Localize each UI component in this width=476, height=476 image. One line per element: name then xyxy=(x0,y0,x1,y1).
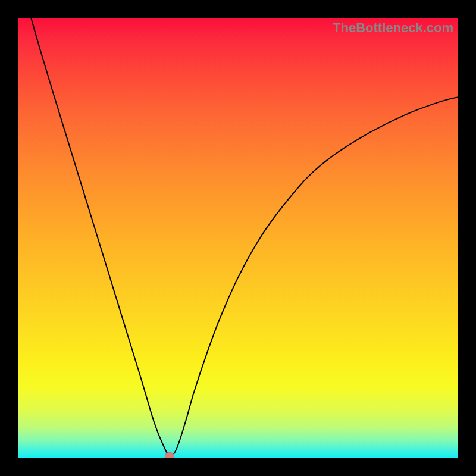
watermark-text: TheBottleneck.com xyxy=(333,20,453,36)
chart-plot-area: TheBottleneck.com xyxy=(18,18,458,458)
minimum-marker-icon xyxy=(165,452,174,458)
chart-frame: TheBottleneck.com xyxy=(0,0,476,476)
bottleneck-curve xyxy=(18,18,458,458)
